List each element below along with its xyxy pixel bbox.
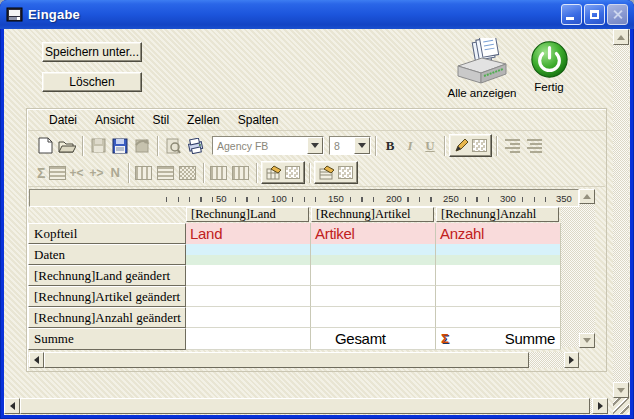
cell-artg-land[interactable]: [186, 286, 311, 307]
table-horizontal-scrollbar[interactable]: [29, 352, 579, 368]
cell-landg-artikel[interactable]: [311, 265, 436, 286]
menu-stil[interactable]: Stil: [143, 111, 178, 129]
insert-column-after-button-disabled: [230, 162, 252, 184]
print-button[interactable]: [184, 135, 206, 157]
scroll-up-button[interactable]: [613, 29, 629, 45]
revert-button-disabled: [131, 135, 153, 157]
pencil-grid-icon: [266, 165, 282, 180]
ruler-label: 350: [554, 193, 574, 204]
window-horizontal-scrollbar[interactable]: [4, 398, 608, 414]
cell-kopfteil-artikel[interactable]: Artikel: [311, 223, 436, 244]
row-header-artikel-geaendert[interactable]: [Rechnung]Artikel geändert: [28, 286, 186, 307]
scroll-left-button[interactable]: [4, 398, 20, 414]
toolbar-separator: [496, 136, 497, 156]
row-header-kopfteil[interactable]: Kopfteil: [28, 223, 186, 244]
cell-summe-land[interactable]: [186, 328, 311, 350]
cell-landg-land[interactable]: [186, 265, 311, 286]
toolbar-separator: [82, 136, 83, 156]
font-size-dropdown-button[interactable]: [354, 137, 370, 154]
menu-spalten[interactable]: Spalten: [229, 111, 288, 129]
cell-daten-land[interactable]: [186, 244, 311, 265]
ruler-label: 200: [384, 193, 404, 204]
row-fill-button[interactable]: [314, 161, 358, 184]
sum-function-button-disabled: Σ: [37, 165, 45, 181]
cell-anzg-anzahl[interactable]: [436, 307, 561, 328]
resize-grip[interactable]: [613, 398, 629, 414]
open-button[interactable]: [56, 135, 78, 157]
cell-summe-anzahl[interactable]: Σ Summe: [436, 328, 561, 350]
scroll-down-button[interactable]: [579, 333, 595, 348]
cell-anzg-land[interactable]: [186, 307, 311, 328]
cell-daten-anzahl[interactable]: [436, 244, 561, 265]
align-lines-icon: [505, 139, 520, 153]
insert-before-button-disabled: +<: [69, 166, 83, 180]
maximize-button[interactable]: [584, 4, 605, 25]
scrollbar-thumb[interactable]: [20, 398, 590, 414]
font-family-dropdown-button[interactable]: [307, 137, 323, 154]
arrow-down-icon: [583, 338, 591, 343]
table-vertical-scrollbar[interactable]: [579, 189, 595, 348]
minimize-button[interactable]: [561, 4, 582, 25]
floppy-icon: [91, 138, 106, 153]
scroll-right-button[interactable]: [592, 398, 608, 414]
minimize-icon: [566, 17, 574, 20]
delete-button[interactable]: Löschen: [42, 72, 142, 92]
scroll-left-button[interactable]: [29, 352, 44, 368]
toolbar-separator: [375, 136, 376, 156]
cell-kopfteil-land[interactable]: Land: [186, 223, 311, 244]
format-toolbar: Agency FB 8 B I U: [28, 132, 605, 159]
window-vertical-scrollbar[interactable]: [613, 29, 629, 398]
row-header-summe[interactable]: Summe: [28, 328, 186, 350]
window-title: Eingabe: [28, 7, 561, 22]
menu-zellen[interactable]: Zellen: [178, 111, 229, 129]
show-all-button[interactable]: Alle anzeigen: [437, 38, 527, 99]
font-family-select[interactable]: Agency FB: [212, 136, 324, 155]
layout-table: [Rechnung]Land [Rechnung]Artikel [Rechnu…: [28, 207, 579, 348]
scroll-up-button[interactable]: [579, 189, 595, 204]
column-header-anzahl[interactable]: [Rechnung]Anzahl: [436, 207, 559, 222]
row-header-daten[interactable]: Daten: [28, 244, 186, 265]
font-size-select[interactable]: 8: [329, 136, 371, 155]
underline-button-disabled: U: [420, 138, 440, 154]
ruler-label: 100: [269, 193, 289, 204]
bold-button[interactable]: B: [380, 138, 400, 154]
maximize-icon: [590, 10, 599, 19]
scrollbar-thumb[interactable]: [44, 352, 529, 368]
editor-panel: Datei Ansicht Stil Zellen Spalten: [26, 108, 607, 372]
text-color-button[interactable]: [449, 134, 492, 157]
menu-ansicht[interactable]: Ansicht: [86, 111, 143, 129]
cell-anzg-artikel[interactable]: [311, 307, 436, 328]
cell-daten-artikel[interactable]: [311, 244, 436, 265]
cell-artg-artikel[interactable]: [311, 286, 436, 307]
new-page-icon: [38, 137, 53, 154]
application-window: Eingabe Speichern unter... Löschen: [0, 0, 634, 419]
scroll-down-button[interactable]: [613, 382, 629, 398]
preview-icon: [166, 138, 181, 154]
titlebar[interactable]: Eingabe: [0, 0, 634, 29]
arrow-up-icon: [583, 194, 591, 199]
cell-landg-anzahl[interactable]: [436, 265, 561, 286]
cell-kopfteil-anzahl[interactable]: Anzahl: [436, 223, 561, 244]
row-header-land-geaendert[interactable]: [Rechnung]Land geändert: [28, 265, 186, 286]
ruler-label: 250: [441, 193, 461, 204]
new-document-button[interactable]: [34, 135, 56, 157]
row-header-anzahl-geaendert[interactable]: [Rechnung]Anzahl geändert: [28, 307, 186, 328]
save-all-button[interactable]: [109, 135, 131, 157]
ruler-label: 50: [214, 193, 229, 204]
menu-datei[interactable]: Datei: [40, 111, 86, 129]
cell-artg-anzahl[interactable]: [436, 286, 561, 307]
show-all-label: Alle anzeigen: [447, 87, 516, 99]
cell-fill-button[interactable]: [261, 161, 305, 184]
sigma-icon: Σ: [436, 331, 449, 346]
floppy-undo-icon: [134, 138, 150, 153]
save-as-button[interactable]: Speichern unter...: [42, 42, 142, 62]
align-left-button-disabled: [501, 135, 523, 157]
scroll-right-button[interactable]: [564, 352, 579, 368]
row-table-button-disabled: [155, 162, 177, 184]
cell-summe-artikel[interactable]: Gesamt: [311, 328, 436, 350]
column-header-artikel[interactable]: [Rechnung]Artikel: [311, 207, 434, 222]
column-header-land[interactable]: [Rechnung]Land: [186, 207, 309, 222]
done-button[interactable]: Fertig: [523, 40, 575, 93]
close-icon: [612, 9, 623, 20]
pencil-icon: [454, 138, 469, 153]
